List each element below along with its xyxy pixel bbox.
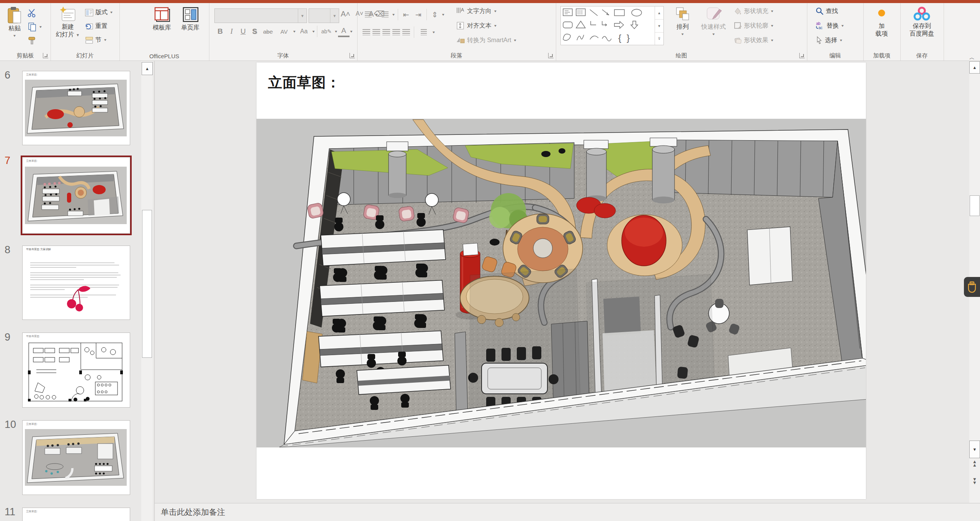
template-library-button[interactable]: 模板库 [149, 6, 175, 31]
ribbon-group-drawing: { } ▲ ▼ ⊽ 排列 ▼ 快速样式 ▼ 形状 [556, 3, 807, 61]
line-spacing-button[interactable]: ⇕ [429, 8, 441, 21]
clipboard-dialog-launcher[interactable] [43, 53, 48, 58]
select-button[interactable]: 选择▼ [815, 36, 843, 44]
align-text-button[interactable]: 对齐文本▼ [456, 21, 497, 30]
shapes-scroll-down-button[interactable]: ▼ [655, 19, 663, 33]
find-button[interactable]: 查找 [815, 7, 838, 15]
font-name-combobox[interactable]: ▼ [214, 8, 307, 23]
font-name-dropdown-icon[interactable]: ▼ [298, 9, 307, 23]
text-direction-button[interactable]: A 文字方向▼ [456, 7, 497, 15]
slide-canvas[interactable]: 立面草图： [256, 62, 866, 499]
main-scrollbar-thumb[interactable] [970, 195, 980, 216]
font-dialog-launcher[interactable] [350, 53, 355, 58]
layout-button[interactable]: 版式▼ [85, 8, 113, 16]
thumbnail-10-image [23, 421, 129, 494]
next-slide-button[interactable]: ▼▼ [971, 478, 978, 485]
text-direction-icon: A [456, 7, 465, 15]
reset-label: 重置 [95, 22, 108, 30]
replace-button[interactable]: abac 替换▼ [815, 21, 844, 30]
cut-button[interactable] [28, 8, 37, 18]
replace-icon: abac [815, 21, 825, 30]
new-slide-label-2: 幻灯片 ▼ [56, 31, 80, 39]
page-library-button[interactable]: 单页库 [178, 6, 203, 31]
shapes-more-button[interactable]: ⊽ [655, 33, 663, 45]
change-case-button[interactable]: Aa [296, 25, 312, 38]
save-baidu-label-2: 百度网盘 [910, 30, 934, 38]
thumbnail-scrollbar-thumb[interactable] [142, 210, 152, 358]
convert-smartart-button[interactable]: 转换为 SmartArt▼ [456, 36, 517, 44]
shape-outline-button[interactable]: 形状轮廓▼ [733, 21, 774, 30]
decrease-indent-button[interactable]: ⇤ [400, 8, 412, 21]
quick-styles-icon [705, 6, 722, 23]
officeplus-group-label: OfficePLUS [119, 53, 209, 59]
thumbnail-9-image [23, 333, 129, 406]
previous-slide-button[interactable]: ▲▲ [971, 460, 978, 468]
paste-chevron-icon: ▼ [13, 33, 16, 39]
quick-styles-button[interactable]: 快速样式 ▼ [697, 6, 730, 38]
text-shadow-button[interactable]: S [249, 25, 260, 38]
shape-gallery[interactable]: { } ▲ ▼ ⊽ [560, 6, 664, 45]
italic-button[interactable]: I [226, 25, 237, 38]
ribbon-group-paragraph: ▼ ▼ ⇤ ⇥ ⇕▼ ▼ A 文字方向▼ [357, 3, 556, 61]
notes-pane[interactable]: 单击此处添加备注 [155, 503, 980, 521]
collapse-ribbon-button[interactable]: ︿ [967, 54, 977, 62]
save-to-baidu-button[interactable]: 保存到 百度网盘 [903, 6, 941, 38]
slide-thumbnail-8[interactable]: 平面布置图 方案讲解 [22, 246, 130, 320]
bullets-button[interactable] [363, 8, 374, 21]
ribbon-group-slides: 新建 幻灯片 ▼ 版式▼ 重置 节▼ 幻灯片 [51, 3, 120, 61]
section-button[interactable]: 节▼ [85, 36, 107, 44]
paragraph-dialog-launcher[interactable] [548, 53, 554, 58]
shape-fill-button[interactable]: 形状填充▼ [733, 7, 774, 15]
format-painter-button[interactable] [28, 36, 37, 45]
reset-button[interactable]: 重置 [85, 22, 108, 30]
thumbnail-scroll-up-button[interactable]: ▲ [142, 62, 153, 75]
office-3d-render-image[interactable] [256, 119, 866, 447]
numbering-button[interactable] [379, 8, 391, 21]
slide-thumbnail-10[interactable]: 立面草图: [22, 420, 130, 495]
thumbnail-scrollbar[interactable]: ▲ [141, 61, 153, 521]
addins-button[interactable]: 加 载项 [868, 6, 895, 38]
align-justify-button[interactable] [392, 29, 400, 35]
font-size-combobox[interactable]: ▼ [309, 8, 339, 23]
shapes-scroll-up-button[interactable]: ▲ [655, 7, 663, 19]
save-baidu-label-1: 保存到 [913, 22, 931, 30]
align-left-button[interactable] [363, 29, 370, 35]
drawing-dialog-launcher[interactable] [799, 53, 805, 58]
font-color-button[interactable]: A [338, 26, 350, 37]
font-size-dropdown-icon[interactable]: ▼ [330, 9, 339, 23]
addins-label-2: 载项 [875, 30, 888, 38]
arrange-icon [674, 6, 691, 23]
shape-fill-label: 形状填充 [744, 7, 768, 15]
scroll-down-button[interactable]: ▼ [969, 441, 980, 458]
align-right-button[interactable] [382, 29, 390, 35]
paste-button[interactable]: 粘贴 ▼ [4, 6, 25, 40]
strikethrough-button[interactable]: abe [260, 25, 276, 38]
bold-button[interactable]: B [214, 25, 226, 38]
copy-button[interactable]: ▼ [28, 22, 42, 31]
slide-thumbnail-11[interactable]: 立面草图: [22, 508, 130, 521]
underline-button[interactable]: U [237, 25, 249, 38]
char-spacing-button[interactable]: AV [276, 25, 292, 38]
align-distribute-button[interactable] [402, 29, 410, 35]
slide-thumbnail-7-selected[interactable]: 立面草图: [22, 157, 130, 234]
new-slide-button[interactable]: 新建 幻灯片 ▼ [54, 6, 82, 39]
arrange-button[interactable]: 排列 ▼ [671, 6, 694, 38]
paste-icon [7, 6, 22, 25]
slide-thumbnail-9[interactable]: 平面布置图 [22, 333, 130, 408]
smartart-label: 转换为 SmartArt [467, 36, 511, 44]
align-center-button[interactable] [372, 29, 380, 35]
floating-tool-button[interactable] [964, 277, 980, 297]
columns-chevron-icon: ▼ [432, 31, 436, 34]
slide-number: 11 [5, 506, 20, 518]
thumbnail-8-image [23, 246, 129, 319]
columns-button[interactable] [418, 26, 430, 38]
increase-indent-button[interactable]: ⇥ [413, 8, 424, 21]
scroll-up-button[interactable]: ▲ [969, 61, 980, 74]
grow-font-button[interactable]: A˄ [341, 10, 350, 18]
highlight-button[interactable]: ab✎ [319, 25, 334, 38]
slide-title-text[interactable]: 立面草图： [268, 73, 341, 92]
slide-thumbnail-6[interactable]: 立面草图: [22, 71, 130, 145]
shape-effects-button[interactable]: 形状效果▼ [733, 36, 774, 44]
editing-group-label: 编辑 [807, 52, 863, 59]
paste-label: 粘贴 [8, 25, 21, 32]
